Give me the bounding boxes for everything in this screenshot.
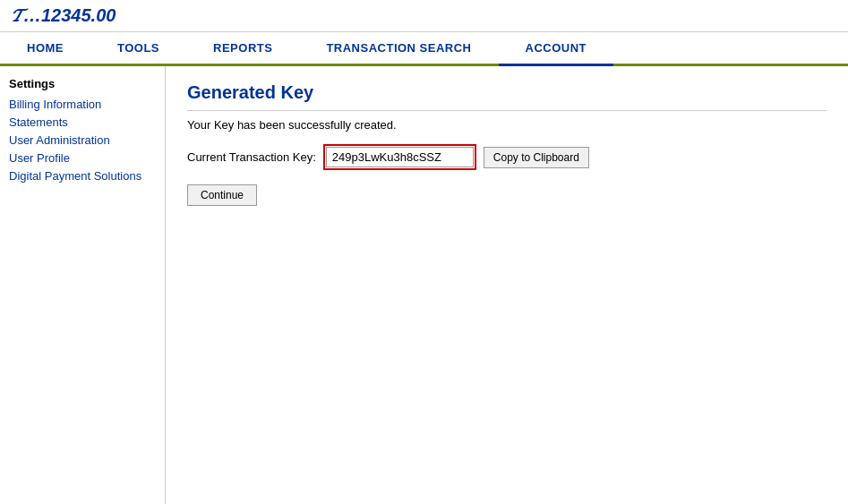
main-content: Generated Key Your Key has been successf… (166, 66, 848, 504)
page-title: Generated Key (187, 82, 827, 111)
nav-reports[interactable]: REPORTS (186, 32, 299, 66)
header-title: 𝓣…12345.00 (11, 5, 116, 25)
success-message: Your Key has been successfully created. (187, 118, 827, 132)
nav-tools[interactable]: TOOLS (90, 32, 186, 66)
continue-button[interactable]: Continue (187, 184, 257, 206)
nav-transaction-search[interactable]: TRANSACTION SEARCH (299, 32, 498, 66)
copy-to-clipboard-button[interactable]: Copy to Clipboard (484, 147, 589, 168)
nav-home[interactable]: HOME (0, 32, 90, 66)
key-input[interactable] (326, 147, 474, 167)
continue-row: Continue (187, 184, 827, 206)
nav-account[interactable]: ACCOUNT (499, 32, 614, 66)
sidebar-item-user-administration[interactable]: User Administration (9, 133, 156, 147)
sidebar-heading: Settings (9, 77, 156, 90)
key-label: Current Transaction Key: (187, 150, 316, 164)
sidebar-item-statements[interactable]: Statements (9, 115, 156, 129)
sidebar-item-digital-payment-solutions[interactable]: Digital Payment Solutions (9, 169, 156, 183)
sidebar-item-billing-information[interactable]: Billing Information (9, 98, 156, 111)
sidebar: Settings Billing Information Statements … (0, 66, 166, 504)
main-nav: HOME TOOLS REPORTS TRANSACTION SEARCH AC… (0, 32, 848, 66)
key-row: Current Transaction Key: Copy to Clipboa… (187, 144, 827, 170)
header: 𝓣…12345.00 (0, 0, 848, 32)
sidebar-item-user-profile[interactable]: User Profile (9, 151, 156, 165)
key-input-wrapper (323, 144, 476, 170)
layout: Settings Billing Information Statements … (0, 66, 848, 504)
